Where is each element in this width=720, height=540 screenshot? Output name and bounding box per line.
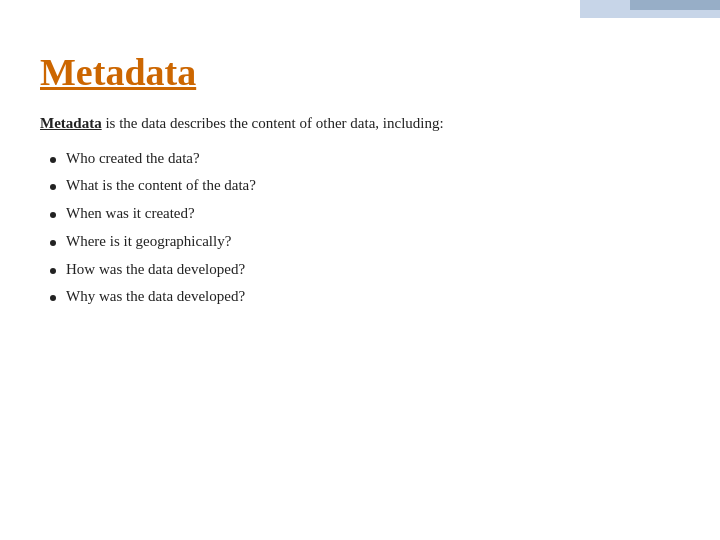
list-item-text: Where is it geographically? xyxy=(66,228,231,256)
list-item-text: What is the content of the data? xyxy=(66,172,256,200)
bullet-dot xyxy=(50,295,56,301)
list-item-text: Who created the data? xyxy=(66,145,200,173)
page-title: Metadata xyxy=(40,50,670,94)
list-item-text: Why was the data developed? xyxy=(66,283,245,311)
list-item: What is the content of the data? xyxy=(50,172,670,200)
bullet-dot xyxy=(50,157,56,163)
bullet-dot xyxy=(50,184,56,190)
bullet-list: Who created the data? What is the conten… xyxy=(40,145,670,312)
bullet-dot xyxy=(50,240,56,246)
intro-rest: is the data describes the content of oth… xyxy=(102,115,444,131)
list-item: Who created the data? xyxy=(50,145,670,173)
list-item-text: When was it created? xyxy=(66,200,195,228)
list-item: When was it created? xyxy=(50,200,670,228)
list-item: Why was the data developed? xyxy=(50,283,670,311)
list-item-text: How was the data developed? xyxy=(66,256,245,284)
bullet-dot xyxy=(50,212,56,218)
intro-bold-word: Metadata xyxy=(40,115,102,131)
list-item: How was the data developed? xyxy=(50,256,670,284)
list-item: Where is it geographically? xyxy=(50,228,670,256)
intro-paragraph: Metadata is the data describes the conte… xyxy=(40,112,670,135)
bullet-dot xyxy=(50,268,56,274)
slide-container: Metadata Metadata is the data describes … xyxy=(0,0,720,540)
decoration-top-right xyxy=(520,0,720,30)
deco-rect-2 xyxy=(630,0,720,10)
